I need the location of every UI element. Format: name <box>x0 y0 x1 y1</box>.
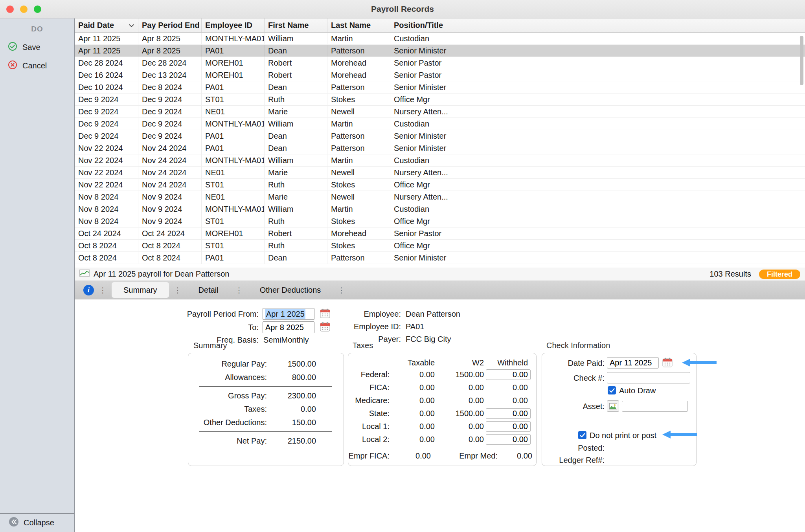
table-cell: Dec 28 2024 <box>138 57 202 69</box>
summary-label: Taxes: <box>188 405 267 414</box>
table-body: Apr 11 2025Apr 8 2025MONTHLY-MA01William… <box>75 33 805 268</box>
cancel-button-label: Cancel <box>22 61 47 70</box>
table-cell: Patterson <box>327 45 390 57</box>
tax-row-label: Medicare: <box>348 396 390 405</box>
table-row[interactable]: Nov 22 2024Nov 24 2024NE01MarieNewellNur… <box>75 167 805 179</box>
table-cell: Patterson <box>327 252 390 264</box>
cancel-button[interactable]: Cancel <box>0 57 74 75</box>
tax-withheld-input[interactable] <box>486 369 531 380</box>
taxes-panel: Taxable W2 Withheld Federal:0.001500.00F… <box>348 353 537 466</box>
table-row[interactable]: Dec 9 2024Dec 9 2024PA01DeanPattersonSen… <box>75 130 805 142</box>
save-button[interactable]: Save <box>0 38 74 57</box>
summary-row-regular-pay: Regular Pay:1500.00 <box>188 357 344 371</box>
taxes-column-headers: Taxable W2 Withheld <box>348 357 536 368</box>
table-cell: Dean <box>265 142 327 154</box>
summary-value: 150.00 <box>267 418 316 427</box>
table-cell: Oct 8 2024 <box>138 252 202 264</box>
check-information-section-title: Check Information <box>546 341 610 350</box>
tab-menu-icon[interactable]: ⋮ <box>174 286 182 295</box>
date-paid-calendar-icon[interactable] <box>662 357 673 369</box>
asset-input[interactable] <box>622 401 688 412</box>
payroll-record-icon <box>79 270 90 279</box>
summary-value: 800.00 <box>267 373 316 382</box>
table-cell: Ruth <box>265 240 327 251</box>
column-header-position-title[interactable]: Position/Title <box>390 18 453 32</box>
tab-menu-icon[interactable]: ⋮ <box>338 286 345 295</box>
table-cell: Custodian <box>390 118 453 130</box>
column-header-first-name[interactable]: First Name <box>265 18 327 32</box>
tax-withheld-input[interactable] <box>486 421 531 432</box>
table-row[interactable]: Dec 10 2024Dec 8 2024PA01DeanPattersonSe… <box>75 81 805 94</box>
check-number-input[interactable] <box>607 372 690 383</box>
table-cell: Patterson <box>327 142 390 154</box>
table-cell-filler <box>453 57 805 69</box>
table-cell: ST01 <box>202 240 265 251</box>
table-row[interactable]: Nov 22 2024Nov 24 2024ST01RuthStokesOffi… <box>75 179 805 191</box>
tab-summary[interactable]: Summary <box>112 282 169 298</box>
empr-fica-value: 0.00 <box>390 451 431 460</box>
table-cell: Oct 8 2024 <box>138 240 202 251</box>
table-row[interactable]: Oct 8 2024Oct 8 2024PA01DeanPattersonSen… <box>75 252 805 264</box>
period-from-selected-text: Apr 1 2025 <box>265 309 305 319</box>
results-count: 103 Results <box>709 270 751 279</box>
table-row[interactable]: Oct 24 2024Oct 24 2024MOREH01RobertMoreh… <box>75 227 805 240</box>
tax-withheld-cell <box>484 369 533 380</box>
column-header-employee-id[interactable]: Employee ID <box>202 18 265 32</box>
table-cell: ST01 <box>202 94 265 105</box>
table-cell: Stokes <box>327 94 390 105</box>
taxes-col-taxable: Taxable <box>390 358 435 367</box>
table-cell: Dean <box>265 81 327 93</box>
table-cell: Dec 9 2024 <box>138 130 202 142</box>
tax-row-medicare: Medicare:0.000.000.00 <box>348 394 536 407</box>
info-icon[interactable]: i <box>83 285 94 295</box>
summary-row-gross-pay: Gross Pay:2300.00 <box>188 389 344 402</box>
tax-withheld-input[interactable] <box>486 408 531 419</box>
table-cell: Stokes <box>327 179 390 191</box>
table-row[interactable]: Nov 8 2024Nov 9 2024ST01RuthStokesOffice… <box>75 215 805 227</box>
table-row[interactable]: Apr 11 2025Apr 8 2025PA01DeanPattersonSe… <box>75 45 805 57</box>
tab-menu-icon[interactable]: ⋮ <box>99 286 107 295</box>
table-row[interactable]: Oct 8 2024Oct 8 2024ST01RuthStokesOffice… <box>75 240 805 252</box>
empr-fica-label: Empr FICA: <box>348 451 390 460</box>
minimize-button[interactable] <box>20 6 28 13</box>
column-header-last-name[interactable]: Last Name <box>327 18 390 32</box>
table-cell-filler <box>453 81 805 93</box>
auto-draw-checkbox[interactable] <box>608 386 616 394</box>
tab-menu-icon[interactable]: ⋮ <box>235 286 243 295</box>
collapse-button[interactable]: Collapse <box>0 513 74 532</box>
table-row[interactable]: Dec 16 2024Dec 13 2024MOREH01RobertMoreh… <box>75 69 805 81</box>
tax-withheld-cell: 0.00 <box>484 383 533 392</box>
table-row[interactable]: Nov 22 2024Nov 24 2024PA01DeanPattersonS… <box>75 142 805 154</box>
table-cell: Robert <box>265 227 327 239</box>
tax-row-federal: Federal:0.001500.00 <box>348 368 536 381</box>
table-row[interactable]: Nov 8 2024Nov 9 2024NE01MarieNewellNurse… <box>75 191 805 203</box>
filtered-badge[interactable]: Filtered <box>759 270 800 279</box>
traffic-lights <box>6 0 41 18</box>
tax-row-label: Local 1: <box>348 422 390 431</box>
tab-other-deductions[interactable]: Other Deductions <box>248 282 333 298</box>
do-not-print-checkbox[interactable] <box>578 431 586 439</box>
table-cell: MONTHLY-MA01 <box>202 203 265 215</box>
table-row[interactable]: Dec 9 2024Dec 9 2024ST01RuthStokesOffice… <box>75 94 805 106</box>
table-cell: Dec 28 2024 <box>75 57 138 69</box>
table-row[interactable]: Dec 28 2024Dec 28 2024MOREH01RobertMoreh… <box>75 57 805 69</box>
table-cell-filler <box>453 240 805 251</box>
tab-detail[interactable]: Detail <box>187 282 230 298</box>
table-row[interactable]: Dec 9 2024Dec 9 2024MONTHLY-MA01WilliamM… <box>75 118 805 130</box>
table-cell: Nov 24 2024 <box>138 179 202 191</box>
table-row[interactable]: Nov 22 2024Nov 24 2024MONTHLY-MA01Willia… <box>75 154 805 167</box>
close-button[interactable] <box>6 6 14 13</box>
column-header-paid-date[interactable]: Paid Date <box>75 18 138 32</box>
date-paid-input[interactable] <box>607 357 659 369</box>
column-header-pay-period-end[interactable]: Pay Period End <box>138 18 202 32</box>
tab-bar: i ⋮ Summary ⋮ Detail ⋮ Other Deductions … <box>75 281 805 299</box>
tax-withheld-input[interactable] <box>486 434 531 445</box>
table-row[interactable]: Dec 9 2024Dec 9 2024NE01MarieNewellNurse… <box>75 106 805 118</box>
table-row[interactable]: Nov 8 2024Nov 9 2024MONTHLY-MA01WilliamM… <box>75 203 805 215</box>
table-cell: MOREH01 <box>202 227 265 239</box>
table-row[interactable]: Apr 11 2025Apr 8 2025MONTHLY-MA01William… <box>75 33 805 45</box>
table-cell-filler <box>453 130 805 142</box>
zoom-button[interactable] <box>34 6 41 13</box>
table-scrollbar-thumb[interactable] <box>800 36 803 85</box>
asset-lookup-icon[interactable] <box>607 400 619 412</box>
